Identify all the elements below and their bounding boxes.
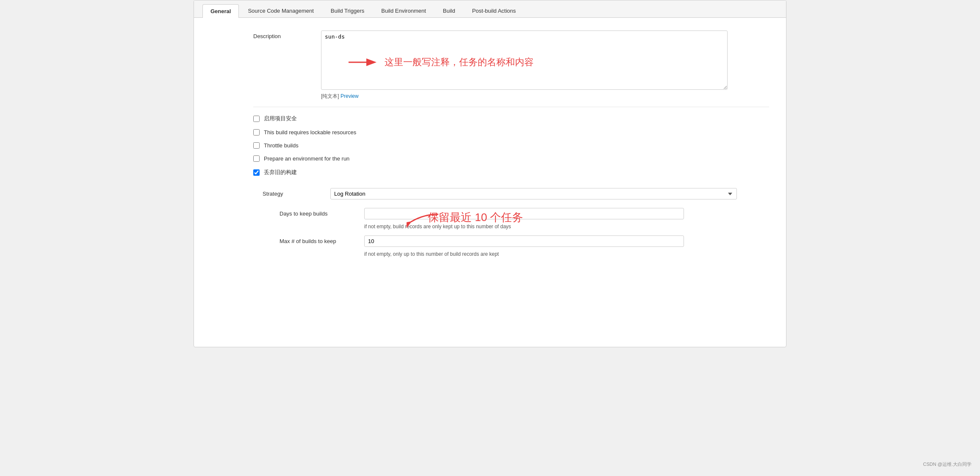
description-control-wrap: sun-ds 这里一般写注释，任务的名称和内容 [纯文 xyxy=(321,30,769,100)
max-builds-input[interactable] xyxy=(364,235,684,247)
checkbox-row-enable-security: 启用项目安全 xyxy=(253,111,769,126)
tab-source-code[interactable]: Source Code Management xyxy=(240,4,321,17)
checkbox-label-prepare-env: Prepare an environment for the run xyxy=(264,155,349,162)
days-hint: if not empty, build records are only kep… xyxy=(280,224,769,230)
preview-prefix: [纯文本] xyxy=(321,93,339,99)
max-builds-row: Max # of builds to keep xyxy=(280,235,769,247)
checkbox-prepare-env[interactable] xyxy=(253,155,260,162)
max-builds-label: Max # of builds to keep xyxy=(280,235,364,244)
strategy-section: Strategy Log RotationNone Days to keep b… xyxy=(253,188,769,257)
checkbox-lockable-resources[interactable] xyxy=(253,129,260,136)
strategy-row: Strategy Log RotationNone xyxy=(263,188,769,199)
description-textarea[interactable]: sun-ds xyxy=(321,30,728,90)
content-area: Description sun-ds 这里一般写注释，任务的名称和内容 xyxy=(194,18,786,280)
preview-link[interactable]: Preview xyxy=(341,93,359,99)
preview-link-row: [纯文本] Preview xyxy=(321,93,769,100)
description-row: Description sun-ds 这里一般写注释，任务的名称和内容 xyxy=(253,30,769,100)
checkbox-row-throttle-builds: Throttle builds? xyxy=(253,139,769,152)
max-builds-hint: if not empty, only up to this number of … xyxy=(280,251,769,257)
strategy-label: Strategy xyxy=(263,191,330,197)
checkbox-enable-security[interactable] xyxy=(253,116,260,122)
tabs-bar: GeneralSource Code ManagementBuild Trigg… xyxy=(194,0,786,18)
checkbox-label-lockable-resources: This build requires lockable resources xyxy=(264,129,356,136)
tab-post-build[interactable]: Post-build Actions xyxy=(464,4,524,17)
tab-build-environment[interactable]: Build Environment xyxy=(373,4,434,17)
tab-build[interactable]: Build xyxy=(435,4,463,17)
checkbox-label-enable-security: 启用项目安全 xyxy=(264,115,297,122)
help-icon-discard-old[interactable]: ? xyxy=(786,168,786,177)
max-builds-control-wrap xyxy=(364,235,769,247)
checkbox-row-lockable-resources: This build requires lockable resources xyxy=(253,126,769,139)
checkbox-row-prepare-env: Prepare an environment for the run? xyxy=(253,152,769,165)
sub-form: Days to keep builds 保留最近 10 个任务 if not e… xyxy=(263,208,769,257)
days-to-keep-input[interactable] xyxy=(364,208,684,219)
checkbox-label-discard-old: 丢弃旧的构建 xyxy=(264,169,297,176)
checkbox-discard-old[interactable] xyxy=(253,169,260,176)
strategy-select[interactable]: Log RotationNone xyxy=(330,188,737,199)
checkbox-row-discard-old: 丢弃旧的构建? xyxy=(253,165,769,180)
checkboxes-section: 启用项目安全This build requires lockable resou… xyxy=(253,107,769,184)
tab-build-triggers[interactable]: Build Triggers xyxy=(323,4,372,17)
description-label: Description xyxy=(253,30,321,39)
days-to-keep-label: Days to keep builds xyxy=(280,208,364,217)
tab-general[interactable]: General xyxy=(202,4,239,18)
checkbox-label-throttle-builds: Throttle builds xyxy=(264,142,299,149)
help-icon-prepare-env[interactable]: ? xyxy=(786,155,786,163)
days-to-keep-row: Days to keep builds 保留最近 10 个任务 xyxy=(280,208,769,219)
days-control-wrap: 保留最近 10 个任务 xyxy=(364,208,769,219)
help-icon-throttle-builds[interactable]: ? xyxy=(786,141,786,150)
checkbox-throttle-builds[interactable] xyxy=(253,142,260,149)
